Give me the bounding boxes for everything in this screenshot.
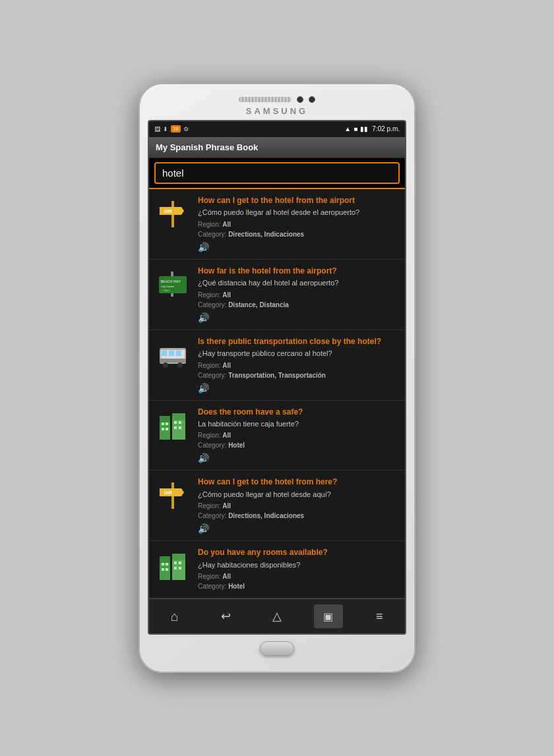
svg-rect-41 (174, 567, 177, 569)
result-content-4: Does the room have a safe? La habitación… (198, 407, 400, 464)
result-title-3: Is there public transportation close by … (198, 337, 400, 347)
result-icon-5: DIR (154, 477, 191, 514)
audio-icon-4[interactable]: 🔊 (198, 453, 400, 463)
audio-icon-2[interactable]: 🔊 (198, 312, 400, 323)
svg-rect-34 (172, 554, 185, 560)
result-icon-6 (154, 548, 191, 585)
svg-rect-35 (162, 563, 164, 566)
svg-rect-22 (162, 428, 164, 430)
result-content-6: Do you have any rooms available? ¿Hay ha… (198, 548, 400, 591)
audio-icon-5[interactable]: 🔊 (198, 523, 400, 534)
app-title: My Spanish Phrase Book (156, 142, 258, 152)
result-translation-1: ¿Cómo puedo llegar al hotel desde el aer… (198, 208, 400, 217)
result-item-2[interactable]: BEACH HWY City Center → 5km How far is t… (149, 260, 405, 330)
svg-point-14 (177, 363, 183, 368)
notification-icon-2: ⬇ (163, 126, 168, 132)
svg-rect-19 (172, 413, 185, 420)
result-title-4: Does the room have a safe? (198, 407, 400, 418)
search-input[interactable] (154, 162, 400, 184)
svg-rect-25 (179, 421, 181, 424)
back-nav-button[interactable]: ⌂ (160, 604, 189, 628)
app-titlebar: My Spanish Phrase Book (149, 137, 405, 158)
result-meta-2: Region: All Category: Distance, Distanci… (198, 290, 400, 310)
result-item-1[interactable]: DIR How can I get to the hotel from the … (149, 189, 405, 260)
result-icon-3 (154, 337, 191, 374)
notification-icon-1: 🖼 (154, 126, 160, 132)
svg-rect-40 (179, 562, 181, 564)
time-display: 7:02 p.m. (372, 125, 400, 132)
result-translation-5: ¿Cómo puedo llegar al hotel desde aquí? (198, 490, 400, 499)
status-right: ▲ ■ ▮▮ 7:02 p.m. (344, 125, 400, 132)
svg-rect-27 (179, 426, 181, 429)
status-bar: 🖼 ⬇ 38 ⚙ ▲ ■ ▮▮ 7:02 p.m. (149, 121, 405, 137)
result-title-5: How can I get to the hotel from here? (198, 477, 400, 488)
svg-rect-24 (174, 421, 177, 424)
search-bar-container (149, 158, 405, 189)
menu-nav-button[interactable]: ≡ (365, 604, 394, 628)
audio-icon-3[interactable]: 🔊 (198, 383, 400, 393)
result-item-6[interactable]: Do you have any rooms available? ¿Hay ha… (149, 541, 405, 598)
svg-text:BEACH HWY: BEACH HWY (161, 279, 181, 283)
phone-brand: SAMSUNG (148, 106, 406, 116)
svg-rect-37 (162, 568, 164, 571)
svg-rect-26 (174, 426, 177, 429)
speaker-grill (239, 97, 292, 102)
svg-rect-15 (160, 359, 186, 363)
screen: 🖼 ⬇ 38 ⚙ ▲ ■ ▮▮ 7:02 p.m. My Spanish Phr… (148, 120, 406, 635)
result-title-1: How can I get to the hotel from the airp… (198, 196, 400, 206)
result-content-1: How can I get to the hotel from the airp… (198, 196, 400, 252)
svg-text:City Center: City Center (161, 285, 175, 288)
svg-point-13 (163, 363, 168, 368)
home-button[interactable] (260, 641, 294, 656)
svg-rect-10 (162, 351, 167, 356)
svg-rect-23 (166, 428, 168, 430)
svg-rect-16 (160, 421, 170, 440)
result-translation-2: ¿Qué distancia hay del hotel al aeropuer… (198, 278, 400, 287)
bluetooth-icon: ▲ (344, 125, 351, 132)
svg-text:DIR: DIR (164, 209, 172, 214)
home-button-area (148, 641, 406, 656)
svg-rect-12 (176, 351, 181, 356)
result-meta-5: Region: All Category: Directions, Indica… (198, 501, 400, 521)
svg-rect-42 (179, 567, 181, 569)
result-content-5: How can I get to the hotel from here? ¿C… (198, 477, 400, 534)
result-translation-4: La habitación tiene caja fuerte? (198, 419, 400, 428)
svg-rect-31 (160, 562, 170, 580)
result-item-5[interactable]: DIR How can I get to the hotel from here… (149, 471, 405, 541)
svg-rect-39 (174, 562, 177, 564)
svg-rect-32 (160, 556, 170, 563)
svg-rect-11 (169, 351, 174, 356)
phone-frame: SAMSUNG 🖼 ⬇ 38 ⚙ ▲ ■ ▮▮ 7:02 p.m. My Spa… (138, 83, 416, 673)
return-nav-button[interactable]: ↩ (211, 604, 240, 628)
result-meta-3: Region: All Category: Transportation, Tr… (198, 361, 400, 380)
result-translation-6: ¿Hay habitaciones disponibles? (198, 560, 400, 569)
svg-rect-20 (162, 422, 164, 425)
notification-icon-4: ⚙ (183, 126, 189, 132)
home-nav-button[interactable]: △ (262, 604, 292, 628)
front-camera (297, 96, 303, 103)
svg-text:→ 5km: → 5km (161, 289, 169, 292)
result-item-4[interactable]: Does the room have a safe? La habitación… (149, 401, 405, 471)
result-content-3: Is there public transportation close by … (198, 337, 400, 393)
result-meta-4: Region: All Category: Hotel (198, 430, 400, 450)
result-item-3[interactable]: Is there public transportation close by … (149, 330, 405, 401)
bottom-nav: ⌂ ↩ △ ▣ ≡ (149, 598, 405, 633)
notification-icon-3: 38 (171, 125, 181, 132)
result-icon-2: BEACH HWY City Center → 5km (154, 266, 191, 303)
svg-rect-17 (160, 416, 170, 422)
svg-rect-36 (166, 563, 168, 566)
results-list: DIR How can I get to the hotel from the … (149, 189, 405, 598)
result-meta-6: Region: All Category: Hotel (198, 571, 400, 591)
battery-icon: ▮▮ (360, 125, 368, 132)
result-icon-1: DIR (154, 196, 191, 233)
status-left-icons: 🖼 ⬇ 38 ⚙ (154, 125, 189, 132)
wifi-icon: ■ (354, 125, 357, 132)
result-content-2: How far is the hotel from the airport? ¿… (198, 266, 400, 323)
result-title-6: Do you have any rooms available? (198, 548, 400, 558)
audio-icon-1[interactable]: 🔊 (198, 242, 400, 252)
result-meta-1: Region: All Category: Directions, Indica… (198, 219, 400, 239)
svg-rect-38 (166, 568, 168, 571)
result-icon-4 (154, 407, 191, 444)
svg-rect-21 (166, 422, 168, 425)
recents-nav-button[interactable]: ▣ (314, 604, 343, 628)
